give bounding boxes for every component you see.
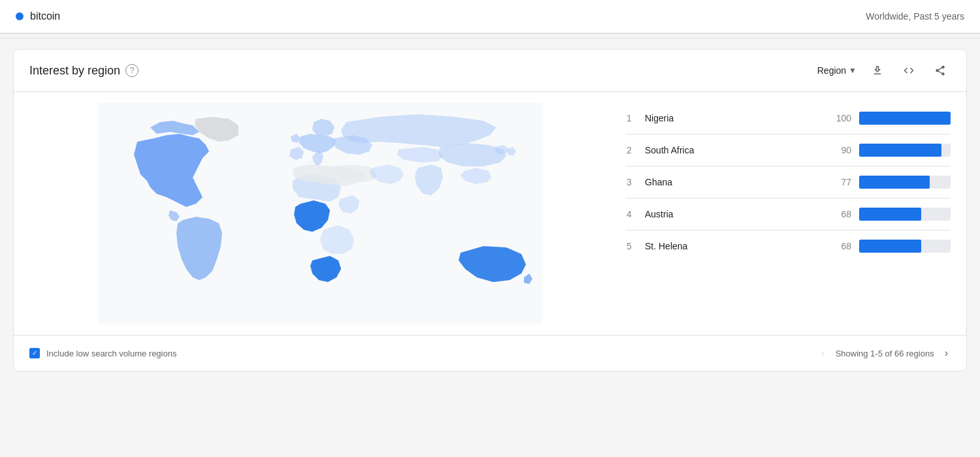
rank-value-1: 100 bbox=[825, 113, 851, 123]
ranking-row-2: 2 South Africa 90 bbox=[627, 134, 951, 166]
download-button[interactable] bbox=[867, 60, 888, 81]
region-dropdown[interactable]: Region ▼ bbox=[817, 65, 857, 76]
checkbox-icon: ✓ bbox=[29, 348, 40, 358]
download-icon bbox=[872, 65, 883, 76]
embed-icon bbox=[903, 65, 915, 76]
world-map bbox=[98, 102, 542, 324]
interest-by-region-card: Interest by region ? Region ▼ bbox=[13, 49, 967, 371]
rank-country-3: Ghana bbox=[645, 177, 825, 187]
next-page-button[interactable]: › bbox=[942, 345, 951, 362]
bar-container-2 bbox=[859, 144, 951, 157]
ranking-row-3: 3 Ghana 77 bbox=[627, 166, 951, 198]
low-volume-toggle[interactable]: ✓ Include low search volume regions bbox=[29, 348, 176, 358]
card-footer: ✓ Include low search volume regions ‹ Sh… bbox=[14, 335, 966, 371]
checkbox-check: ✓ bbox=[32, 350, 37, 356]
section-divider bbox=[0, 33, 980, 39]
rank-value-2: 90 bbox=[825, 145, 851, 155]
card-body: 1 Nigeria 100 2 South Africa 90 3 Ghana … bbox=[14, 92, 966, 335]
rank-value-4: 68 bbox=[825, 209, 851, 219]
card-header-right: Region ▼ bbox=[817, 60, 951, 81]
rank-value-5: 68 bbox=[825, 241, 851, 251]
bar-fill-2 bbox=[859, 144, 941, 157]
bar-container-1 bbox=[859, 112, 951, 125]
embed-button[interactable] bbox=[898, 60, 919, 81]
rank-num-1: 1 bbox=[627, 113, 645, 123]
prev-page-button[interactable]: ‹ bbox=[819, 345, 827, 362]
top-bar: bitcoin Worldwide, Past 5 years bbox=[0, 0, 980, 33]
top-bar-left: bitcoin bbox=[16, 10, 60, 22]
share-button[interactable] bbox=[930, 60, 951, 81]
rank-num-3: 3 bbox=[627, 177, 645, 187]
bitcoin-dot bbox=[16, 12, 24, 20]
bar-container-5 bbox=[859, 240, 951, 253]
rank-country-5: St. Helena bbox=[645, 241, 825, 251]
pagination: ‹ Showing 1-5 of 66 regions › bbox=[819, 345, 951, 362]
card-header-left: Interest by region ? bbox=[29, 64, 139, 78]
bar-fill-3 bbox=[859, 176, 930, 189]
ranking-row-1: 1 Nigeria 100 bbox=[627, 102, 951, 134]
bar-container-4 bbox=[859, 208, 951, 221]
rankings-section: 1 Nigeria 100 2 South Africa 90 3 Ghana … bbox=[611, 102, 951, 324]
dropdown-arrow-icon: ▼ bbox=[849, 66, 857, 75]
card-title: Interest by region bbox=[29, 64, 120, 78]
card-header: Interest by region ? Region ▼ bbox=[14, 50, 966, 92]
pagination-text: Showing 1-5 of 66 regions bbox=[836, 349, 934, 358]
low-volume-text: Include low search volume regions bbox=[46, 349, 176, 358]
ranking-row-4: 4 Austria 68 bbox=[627, 198, 951, 230]
top-bar-meta: Worldwide, Past 5 years bbox=[866, 11, 964, 22]
search-term: bitcoin bbox=[30, 10, 60, 22]
bar-fill-1 bbox=[859, 112, 951, 125]
rank-value-3: 77 bbox=[825, 177, 851, 187]
bar-container-3 bbox=[859, 176, 951, 189]
rank-country-4: Austria bbox=[645, 209, 825, 219]
bar-fill-4 bbox=[859, 208, 921, 221]
bar-fill-5 bbox=[859, 240, 921, 253]
rank-country-1: Nigeria bbox=[645, 113, 825, 123]
region-label: Region bbox=[817, 65, 846, 76]
rank-num-2: 2 bbox=[627, 145, 645, 155]
help-icon[interactable]: ? bbox=[125, 64, 139, 77]
share-icon bbox=[934, 65, 946, 76]
rank-num-4: 4 bbox=[627, 209, 645, 219]
rank-country-2: South Africa bbox=[645, 145, 825, 155]
rank-num-5: 5 bbox=[627, 241, 645, 251]
map-section bbox=[29, 102, 611, 324]
ranking-row-5: 5 St. Helena 68 bbox=[627, 230, 951, 262]
